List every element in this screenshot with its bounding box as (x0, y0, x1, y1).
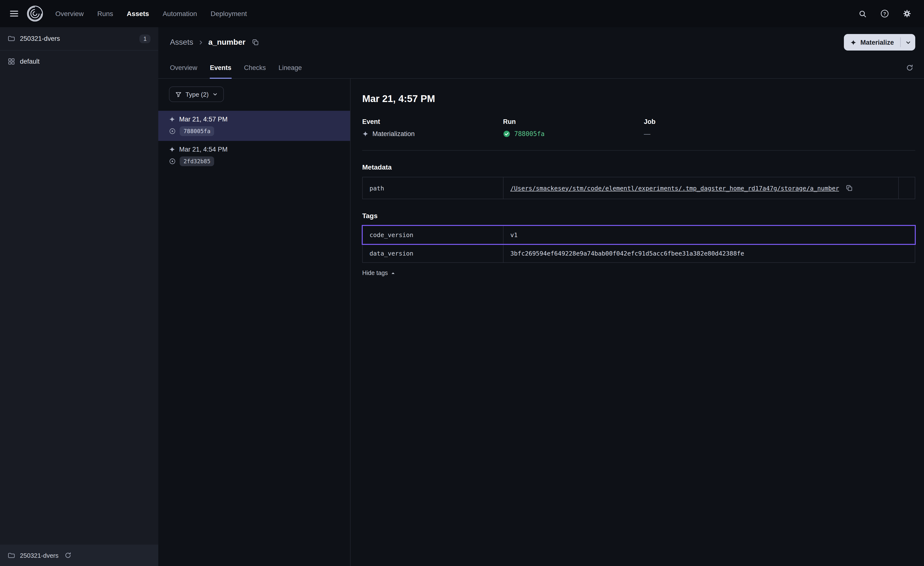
materialization-icon (169, 146, 175, 152)
materialize-button[interactable]: Materialize (844, 34, 900, 51)
copy-path-icon[interactable] (844, 183, 855, 193)
sidebar-footer-code-location[interactable]: 250321-dvers (0, 545, 158, 566)
metadata-key: path (363, 177, 504, 199)
tab-lineage[interactable]: Lineage (279, 57, 302, 78)
event-list: Mar 21, 4:57 PM 788005fa (158, 111, 350, 171)
main-content: Assets a_number Materialize (158, 27, 924, 566)
nav-item-runs[interactable]: Runs (98, 10, 113, 18)
sidebar-item-default-group[interactable]: default (0, 51, 158, 72)
topnav-actions: ? (856, 7, 914, 20)
primary-nav: Overview Runs Assets Automation Deployme… (56, 10, 247, 18)
tag-key: data_version (363, 244, 504, 262)
run-id-link[interactable]: 788005fa (514, 130, 544, 137)
event-list-item[interactable]: Mar 21, 4:57 PM 788005fa (158, 111, 350, 141)
svg-text:?: ? (883, 11, 886, 16)
event-type-value: Materialization (372, 130, 415, 137)
asset-count-badge: 1 (140, 34, 150, 43)
check-circle-icon (503, 130, 510, 137)
metadata-table: path /Users/smackesey/stm/code/elementl/… (362, 177, 915, 199)
tab-checks[interactable]: Checks (244, 57, 266, 78)
type-filter-label: Type (2) (186, 90, 208, 98)
tag-value: 3bfc269594ef649228e9a74bab00f042efc91d5a… (504, 244, 915, 262)
filter-icon (175, 91, 182, 98)
tags-heading: Tags (362, 212, 915, 220)
event-timestamp: Mar 21, 4:57 PM (179, 116, 228, 123)
materialization-icon (169, 116, 175, 122)
sidebar-spacer (0, 72, 158, 545)
materialization-icon (850, 39, 856, 45)
gear-icon[interactable] (901, 7, 914, 20)
run-id-badge: 788005fa (180, 126, 214, 136)
breadcrumb-assets-link[interactable]: Assets (170, 38, 193, 47)
nav-item-assets[interactable]: Assets (127, 10, 149, 18)
metadata-row-path: path /Users/smackesey/stm/code/elementl/… (363, 177, 915, 199)
materialize-dropdown-icon[interactable] (901, 34, 915, 51)
caret-up-icon (391, 271, 395, 275)
help-icon[interactable]: ? (878, 7, 891, 20)
event-column-label: Event (362, 118, 503, 125)
event-detail-title: Mar 21, 4:57 PM (362, 93, 915, 104)
tab-overview[interactable]: Overview (170, 57, 197, 78)
materialization-icon (362, 131, 369, 137)
metadata-heading: Metadata (362, 163, 915, 171)
run-id-badge: 2fd32b85 (180, 157, 214, 166)
tag-row-code-version: code_version v1 (363, 226, 915, 244)
asset-sidebar: 250321-dvers 1 default 250321-dvers (0, 27, 158, 566)
event-list-item[interactable]: Mar 21, 4:54 PM 2fd32b85 (158, 141, 350, 171)
breadcrumb: Assets a_number (170, 37, 261, 48)
asset-group-icon (8, 57, 15, 65)
event-summary-row: Event Materialization Run (362, 118, 915, 137)
run-icon (169, 158, 176, 165)
sidebar-item-code-location[interactable]: 250321-dvers 1 (0, 27, 158, 51)
event-timestamp: Mar 21, 4:54 PM (179, 146, 228, 153)
tags-table: code_version v1 data_version 3bfc269594e… (362, 226, 915, 263)
sidebar-item-label: default (20, 57, 40, 65)
job-value: — (644, 130, 784, 137)
hide-tags-label: Hide tags (362, 269, 388, 277)
tag-key: code_version (363, 226, 504, 244)
asset-header: Assets a_number Materialize (158, 27, 924, 57)
metadata-path-link[interactable]: /Users/smackesey/stm/code/elementl/exper… (510, 184, 839, 192)
app-root: Overview Runs Assets Automation Deployme… (0, 0, 924, 566)
metadata-action-cell (898, 177, 915, 199)
tag-value: v1 (504, 226, 915, 244)
materialize-split-button: Materialize (844, 34, 915, 51)
hide-tags-toggle[interactable]: Hide tags (362, 269, 395, 277)
type-filter-dropdown[interactable]: Type (2) (169, 86, 224, 102)
top-navbar: Overview Runs Assets Automation Deployme… (0, 0, 924, 27)
materialize-label: Materialize (860, 39, 894, 46)
run-icon (169, 128, 176, 135)
nav-item-overview[interactable]: Overview (56, 10, 84, 18)
search-icon[interactable] (856, 8, 868, 20)
asset-name: a_number (208, 38, 246, 47)
job-column-label: Job (644, 118, 784, 125)
tab-events[interactable]: Events (210, 57, 232, 78)
folder-icon (8, 35, 15, 42)
copy-asset-name-icon[interactable] (250, 37, 261, 48)
sidebar-item-label: 250321-dvers (20, 35, 60, 42)
tag-row-data-version: data_version 3bfc269594ef649228e9a74bab0… (363, 244, 915, 262)
sync-icon[interactable] (64, 552, 71, 559)
nav-item-automation[interactable]: Automation (163, 10, 197, 18)
refresh-icon[interactable] (904, 62, 915, 73)
run-column-label: Run (503, 118, 644, 125)
event-detail-panel: Mar 21, 4:57 PM Event Materialization (351, 79, 924, 566)
folder-icon (8, 552, 15, 559)
section-divider (362, 150, 915, 151)
asset-tabs: Overview Events Checks Lineage (158, 57, 924, 79)
events-list-panel: Type (2) Mar 21, 4:57 PM (158, 79, 351, 566)
chevron-down-icon (212, 92, 217, 97)
nav-item-deployment[interactable]: Deployment (211, 10, 247, 18)
footer-code-location-label: 250321-dvers (20, 552, 58, 559)
dagster-logo[interactable] (26, 5, 44, 23)
chevron-right-icon (198, 39, 204, 45)
hamburger-menu-icon[interactable] (8, 7, 20, 20)
